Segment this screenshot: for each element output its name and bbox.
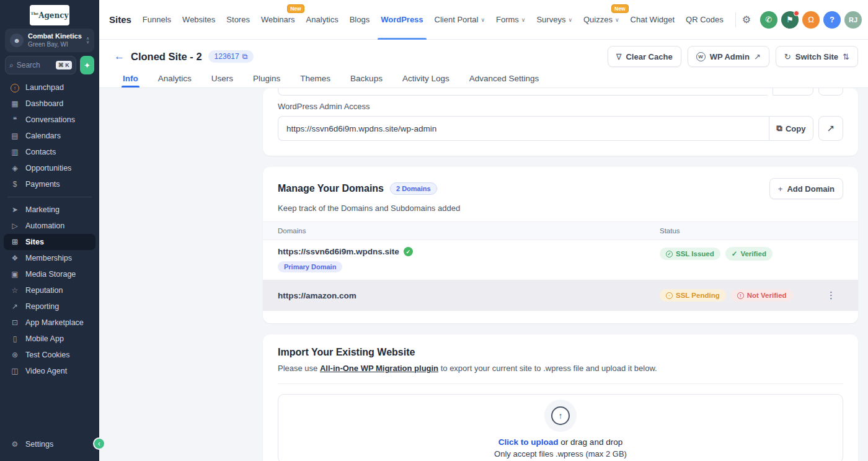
nav-item-surveys[interactable]: Surveys ∨ [531,0,578,40]
switch-site-button[interactable]: ↻ Switch Site ⇅ [776,46,858,67]
back-button[interactable]: ← [114,50,125,63]
button-label: Switch Site [795,52,838,61]
announcements-button[interactable]: ⚑ [781,11,799,29]
nav-item-webinars[interactable]: Webinars New [255,0,301,40]
tab-activity-logs[interactable]: Activity Logs [394,69,458,87]
sidebar-search[interactable]: ⌕ ⌘ K [5,56,76,74]
automation-icon: ▷ [10,222,20,230]
tab-analytics[interactable]: Analytics [149,69,200,87]
button-label: WP Admin [710,52,750,61]
nav-item-label: Blogs [350,15,370,24]
sidebar-item-calendars[interactable]: ▤ Calendars [4,128,95,144]
divider [278,383,843,384]
table-row: https://amazon.com · SSL Pending ! Not V… [263,280,858,311]
sidebar-item-launchpad[interactable]: ↑ Launchpad [4,79,95,96]
notifications-button[interactable]: Ω [802,11,820,29]
megaphone-icon: ⚑ [786,15,794,24]
sidebar-item-reputation[interactable]: ☆ Reputation [4,282,95,298]
nav-item-websites[interactable]: Websites [177,0,221,40]
tab-plugins[interactable]: Plugins [244,69,289,87]
nav-item-label: Analytics [306,15,339,24]
domains-table-header: Domains Status [263,222,858,240]
tab-themes[interactable]: Themes [291,69,339,87]
sidebar-item-app-marketplace[interactable]: ⊡ App Marketplace [4,315,95,331]
sidebar-item-conversations[interactable]: ❝ Conversations [4,112,95,128]
chevron-down-icon: ∨ [480,17,485,23]
plus-icon: + [778,184,783,194]
sidebar-item-marketing[interactable]: ➤ Marketing [4,202,95,218]
sidebar-item-media-storage[interactable]: ▣ Media Storage [4,266,95,282]
sidebar-item-mobile-app[interactable]: ▯ Mobile App [4,331,95,347]
sidebar-item-label: Payments [25,180,60,189]
copy-icon: ⧉ [777,123,782,133]
sidebar-item-opportunities[interactable]: ◈ Opportunities [4,160,95,176]
sidebar-item-label: Opportunities [25,164,71,172]
avatar-initials: RJ [849,16,857,24]
sidebar-collapse-button[interactable]: ‹ [93,437,105,450]
copy-icon[interactable]: ⧉ [242,52,248,61]
gear-icon[interactable]: ⚙ [742,14,751,25]
alert-circle-icon: ! [737,292,744,299]
upload-dropzone[interactable]: ↑ Click to upload or drag and drop Only … [278,394,843,461]
migration-plugin-link[interactable]: All-in-One WP Migration plugin [320,364,438,373]
test-cookies-icon: ⊛ [10,351,20,359]
tab-info[interactable]: Info [114,69,147,87]
nav-item-chat-widget[interactable]: Chat Widget [625,0,681,40]
sidebar-item-label: Mobile App [25,334,64,343]
nav-item-stores[interactable]: Stores [221,0,255,40]
admin-url-input[interactable] [278,116,769,141]
ai-assistant-button[interactable]: ✦ [80,56,94,74]
nav-item-blogs[interactable]: Blogs [344,0,376,40]
notification-dot [794,11,799,16]
nav-item-analytics[interactable]: Analytics [301,0,344,40]
sidebar-item-label: App Marketplace [25,318,84,327]
nav-item-wordpress[interactable]: WordPress [375,0,428,40]
help-button[interactable]: ? [823,11,841,29]
search-input[interactable] [17,61,53,69]
click-to-upload-link[interactable]: Click to upload [498,437,559,447]
phone-icon: ✆ [766,15,773,24]
sidebar-item-settings[interactable]: ⚙ Settings [4,436,95,452]
sidebar-item-label: Test Cookies [25,351,70,359]
table-row: https://ssvn6d6i9m.wpdns.site ✓ Primary … [263,240,858,280]
sidebar-item-reporting[interactable]: ↗ Reporting [4,298,95,315]
sidebar-item-automation[interactable]: ▷ Automation [4,218,95,234]
clipped-field-remnant [278,88,843,97]
site-id-badge[interactable]: 123617 ⧉ [208,50,254,63]
external-link-icon: ↗ [754,52,761,61]
sidebar-item-sites[interactable]: ⊞ Sites [4,234,95,250]
add-domain-button[interactable]: + Add Domain [769,178,843,199]
row-actions-menu[interactable]: ⋮ [826,290,836,301]
sidebar-item-test-cookies[interactable]: ⊛ Test Cookies [4,347,95,363]
chevron-down-icon: ∨ [521,17,526,23]
nav-item-sites[interactable]: Sites [109,0,137,40]
clear-cache-button[interactable]: ∇ Clear Cache [608,46,681,67]
nav-item-funnels[interactable]: Funnels [137,0,177,40]
shield-icon: · [666,292,673,299]
nav-item-qr-codes[interactable]: QR Codes [680,0,729,40]
nav-item-label: Quizzes [583,15,613,24]
sidebar-divider [7,197,92,197]
sidebar-item-video-agent[interactable]: ◫ Video Agent [4,363,95,379]
user-avatar[interactable]: RJ [844,11,862,29]
sidebar-item-dashboard[interactable]: ▦ Dashboard [4,96,95,112]
wp-admin-button[interactable]: W WP Admin ↗ [688,46,769,67]
phone-button[interactable]: ✆ [760,11,777,29]
sidebar-item-label: Reputation [25,286,63,295]
sidebar-item-memberships[interactable]: ❖ Memberships [4,250,95,266]
account-switcher[interactable]: ☻ Combat Kinetics Green Bay, WI ∧∨ [5,29,94,52]
sidebar-item-payments[interactable]: $ Payments [4,176,95,192]
nav-item-quizzes[interactable]: Quizzes ∨ New [578,0,625,40]
agency-logo[interactable]: TheAgency [30,5,69,25]
copy-url-button[interactable]: ⧉ Copy [769,116,813,141]
sidebar-item-contacts[interactable]: ▥ Contacts [4,144,95,160]
chevron-updown-icon: ∧∨ [86,37,89,44]
nav-item-client-portal[interactable]: Client Portal ∨ [429,0,490,40]
column-header-status: Status [660,227,858,235]
nav-item-label: QR Codes [686,15,724,24]
nav-item-forms[interactable]: Forms ∨ [490,0,531,40]
tab-advanced-settings[interactable]: Advanced Settings [461,69,548,87]
tab-backups[interactable]: Backups [342,69,391,87]
tab-users[interactable]: Users [203,69,242,87]
open-admin-button[interactable]: ↗ [818,116,843,141]
